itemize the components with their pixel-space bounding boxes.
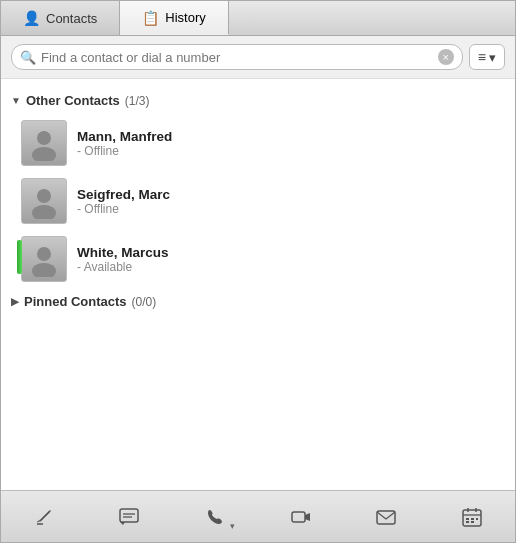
video-button[interactable] bbox=[280, 499, 322, 535]
search-clear-button[interactable]: × bbox=[438, 49, 454, 65]
contacts-icon: 👤 bbox=[23, 10, 40, 26]
list-item[interactable]: Seigfred, Marc - Offline bbox=[1, 172, 515, 230]
group-other-contacts-count: (1/3) bbox=[125, 94, 150, 108]
contact-name: White, Marcus bbox=[77, 245, 169, 260]
svg-point-1 bbox=[32, 147, 56, 161]
contact-name: Seigfred, Marc bbox=[77, 187, 170, 202]
dropdown-arrow-icon: ▾ bbox=[489, 50, 496, 65]
avatar bbox=[21, 120, 67, 166]
svg-point-4 bbox=[37, 247, 51, 261]
svg-point-5 bbox=[32, 263, 56, 277]
contact-status: - Offline bbox=[77, 144, 172, 158]
tab-history-label: History bbox=[165, 10, 205, 25]
group-other-contacts-header[interactable]: ▼ Other Contacts (1/3) bbox=[1, 87, 515, 114]
svg-point-2 bbox=[37, 189, 51, 203]
avatar bbox=[21, 178, 67, 224]
dial-edit-button[interactable] bbox=[23, 499, 65, 535]
status-available-indicator bbox=[17, 240, 22, 274]
avatar-wrapper bbox=[21, 178, 67, 224]
avatar-wrapper bbox=[21, 120, 67, 166]
search-input-wrapper: 🔍 × bbox=[11, 44, 463, 70]
svg-point-3 bbox=[32, 205, 56, 219]
contact-status: - Offline bbox=[77, 202, 170, 216]
svg-rect-7 bbox=[120, 509, 138, 522]
contact-name: Mann, Manfred bbox=[77, 129, 172, 144]
svg-rect-10 bbox=[292, 512, 305, 522]
group-pinned-contacts-label: Pinned Contacts bbox=[24, 294, 127, 309]
svg-rect-20 bbox=[471, 521, 474, 523]
view-options-button[interactable]: ≡ ▾ bbox=[469, 44, 505, 70]
avatar-wrapper bbox=[21, 236, 67, 282]
email-button[interactable] bbox=[365, 499, 407, 535]
search-bar: 🔍 × ≡ ▾ bbox=[1, 36, 515, 79]
tab-contacts[interactable]: 👤 Contacts bbox=[1, 1, 120, 35]
contact-info: White, Marcus - Available bbox=[77, 245, 169, 274]
contact-list: ▼ Other Contacts (1/3) Mann, Manfred - O… bbox=[1, 79, 515, 490]
group-pinned-contacts-count: (0/0) bbox=[132, 295, 157, 309]
search-icon: 🔍 bbox=[20, 50, 36, 65]
svg-rect-17 bbox=[471, 518, 474, 520]
bottom-toolbar: ▾ bbox=[1, 490, 515, 542]
svg-rect-16 bbox=[466, 518, 469, 520]
group-other-contacts-label: Other Contacts bbox=[26, 93, 120, 108]
call-dropdown-icon: ▾ bbox=[230, 521, 235, 531]
svg-rect-11 bbox=[377, 511, 395, 524]
call-button[interactable]: ▾ bbox=[194, 499, 236, 535]
chat-button[interactable] bbox=[108, 499, 150, 535]
expand-triangle-icon: ▼ bbox=[11, 95, 21, 106]
list-view-icon: ≡ bbox=[478, 49, 486, 65]
history-icon: 📋 bbox=[142, 10, 159, 26]
tab-history[interactable]: 📋 History bbox=[120, 1, 228, 35]
contact-info: Mann, Manfred - Offline bbox=[77, 129, 172, 158]
contact-status: - Available bbox=[77, 260, 169, 274]
contact-info: Seigfred, Marc - Offline bbox=[77, 187, 170, 216]
calendar-button[interactable] bbox=[451, 499, 493, 535]
svg-rect-19 bbox=[466, 521, 469, 523]
svg-point-0 bbox=[37, 131, 51, 145]
avatar bbox=[21, 236, 67, 282]
svg-rect-18 bbox=[476, 518, 478, 520]
list-item[interactable]: Mann, Manfred - Offline bbox=[1, 114, 515, 172]
collapse-triangle-icon: ▶ bbox=[11, 296, 19, 307]
search-input[interactable] bbox=[41, 50, 433, 65]
tab-bar: 👤 Contacts 📋 History bbox=[1, 1, 515, 36]
group-pinned-contacts-header[interactable]: ▶ Pinned Contacts (0/0) bbox=[1, 288, 515, 315]
tab-contacts-label: Contacts bbox=[46, 11, 97, 26]
list-item[interactable]: White, Marcus - Available bbox=[1, 230, 515, 288]
